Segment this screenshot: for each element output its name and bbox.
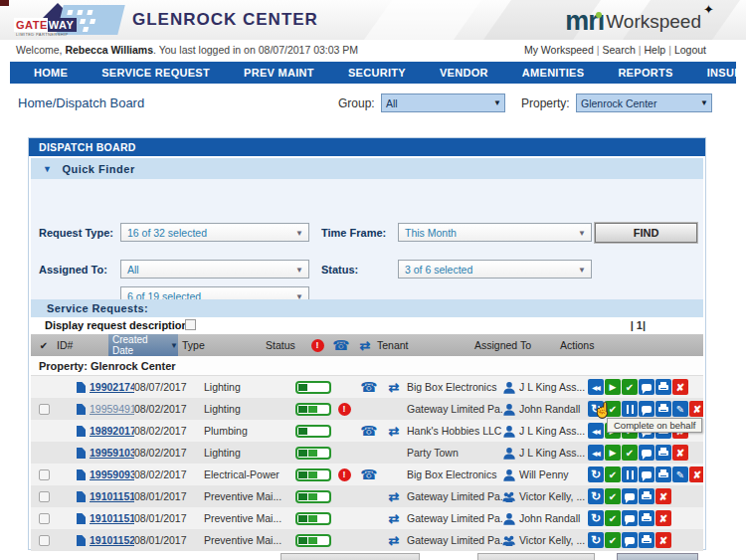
edit-action-button[interactable]: ✎ <box>672 401 688 417</box>
quick-finder-bar[interactable]: ▼ Quick Finder <box>31 158 703 179</box>
property-group-row: Property: Glenrock Center <box>31 356 703 376</box>
play-action-button[interactable]: ▶ <box>605 445 621 461</box>
phone-icon: ☎ <box>360 467 377 481</box>
nav-security[interactable]: SECURITY <box>348 67 406 79</box>
tenant-name: Gateway Limited Pa... <box>407 507 502 529</box>
time-frame-select[interactable]: This Month▼ <box>398 223 592 242</box>
print-action-button[interactable] <box>655 467 671 482</box>
collapse-caret-icon[interactable]: ▼ <box>43 164 52 174</box>
request-id-link[interactable]: 1910115273 <box>90 534 134 546</box>
column-priority-icon[interactable]: ! <box>305 339 329 352</box>
nav-vendor[interactable]: VENDOR <box>440 67 488 79</box>
chat-action-button[interactable] <box>639 467 654 482</box>
column-created-date[interactable]: Created Date▼ <box>108 334 178 356</box>
column-type[interactable]: Type <box>182 339 266 351</box>
close-action-button[interactable]: ✘ <box>689 467 703 482</box>
utility-link-my-workspeed[interactable]: My Workspeed <box>524 44 594 56</box>
check-action-button[interactable]: ✔ <box>605 532 621 548</box>
recurring-icon: ⇄ <box>389 381 400 394</box>
column-assigned-to[interactable]: Assigned To <box>474 339 560 351</box>
rewind-action-button[interactable]: ◀◀ <box>588 423 604 439</box>
nav-service-request[interactable]: SERVICE REQUEST <box>101 67 210 79</box>
group-select[interactable]: All▼ <box>381 93 505 112</box>
print-action-button[interactable] <box>639 510 654 526</box>
check-action-button[interactable]: ✔ <box>605 488 621 504</box>
request-id-link[interactable]: 1990217467 <box>90 381 134 393</box>
service-requests-bar: Service Requests: <box>31 299 703 317</box>
row-checkbox[interactable] <box>39 469 50 480</box>
chat-action-button[interactable] <box>639 445 654 461</box>
play-action-button[interactable]: ▶ <box>605 379 621 395</box>
print-action-button[interactable] <box>639 488 654 504</box>
chat-action-button[interactable] <box>622 510 638 526</box>
utility-link-search[interactable]: Search <box>603 44 636 56</box>
row-checkbox[interactable] <box>39 513 50 524</box>
edit-action-button[interactable]: ✎ <box>672 467 688 482</box>
refresh-action-button[interactable]: ↻ <box>588 510 604 526</box>
request-id-link[interactable]: 1995910341 <box>90 447 134 459</box>
assignee-person-icon <box>502 468 516 481</box>
refresh-action-button[interactable]: ↻ <box>588 467 604 482</box>
rewind-action-button[interactable]: ◀◀ <box>588 379 604 395</box>
utility-link-logout[interactable]: Logout <box>674 44 706 56</box>
request-id-link[interactable]: 1910115152 <box>90 490 134 502</box>
rewind-action-button[interactable]: ◀◀ <box>588 445 604 461</box>
row-checkbox[interactable] <box>39 535 50 546</box>
nav-reports[interactable]: REPORTS <box>618 67 672 79</box>
assignee-name: Victor Kelly, ... <box>519 534 585 546</box>
check-action-button[interactable]: ✔ <box>605 467 621 482</box>
pause-action-button[interactable] <box>622 467 638 482</box>
column-status[interactable]: Status <box>266 339 305 351</box>
chat-action-button[interactable] <box>639 401 654 417</box>
nav-home[interactable]: HOME <box>34 67 68 79</box>
refresh-action-button[interactable]: ↻ <box>588 488 604 504</box>
nav-insurance[interactable]: INSURANCE <box>707 67 746 79</box>
chat-action-button[interactable] <box>622 532 638 548</box>
row-checkbox[interactable] <box>39 491 50 502</box>
close-action-button[interactable]: ✘ <box>655 510 671 526</box>
display-descriptions-checkbox[interactable] <box>185 319 196 330</box>
request-type-select[interactable]: 16 of 32 selected▼ <box>120 223 309 242</box>
assigned-to-select[interactable]: All▼ <box>120 260 309 279</box>
refresh-action-button[interactable]: ↻ <box>588 401 604 417</box>
request-type: Preventive Mai... <box>204 529 287 551</box>
print-action-button[interactable] <box>639 532 654 548</box>
utility-link-help[interactable]: Help <box>645 44 666 56</box>
print-action-button[interactable] <box>655 379 671 395</box>
request-id-link[interactable]: 1995909382 <box>90 468 134 480</box>
close-action-button[interactable]: ✘ <box>655 532 671 548</box>
close-action-button[interactable]: ✘ <box>672 379 688 395</box>
row-checkbox[interactable] <box>39 404 50 415</box>
find-button[interactable]: FIND <box>595 223 697 243</box>
property-select[interactable]: Glenrock Center▼ <box>576 93 712 112</box>
cutoff-control[interactable] <box>617 553 698 560</box>
chat-action-button[interactable] <box>622 488 638 504</box>
close-action-button[interactable]: ✘ <box>672 445 688 461</box>
pause-action-button[interactable] <box>622 401 638 417</box>
column-phone-icon[interactable]: ☎ <box>329 338 353 352</box>
check-action-button[interactable]: ✔ <box>622 445 638 461</box>
check-action-button[interactable]: ✔ <box>605 401 621 417</box>
status-select[interactable]: 3 of 6 selected▼ <box>398 260 592 279</box>
pagination[interactable]: | 1| <box>631 319 646 331</box>
refresh-action-button[interactable]: ↻ <box>588 532 604 548</box>
print-action-button[interactable] <box>655 445 671 461</box>
request-id-link[interactable]: 1910115154 <box>90 512 134 524</box>
nav-amenities[interactable]: AMENITIES <box>522 67 585 79</box>
request-id-link[interactable]: 1995949126 <box>90 403 134 415</box>
row-actions: ◀◀▶✔✘ <box>588 376 703 398</box>
chat-action-button[interactable] <box>639 379 654 395</box>
print-action-button[interactable] <box>655 401 671 417</box>
assignee-name: J L King Ass... <box>519 425 585 437</box>
column-tenant[interactable]: Tenant <box>377 339 474 351</box>
check-action-button[interactable]: ✔ <box>605 510 621 526</box>
nav-prev-maint[interactable]: PREV MAINT <box>244 67 314 79</box>
close-action-button[interactable]: ✘ <box>689 401 703 417</box>
request-id-link[interactable]: 1989201780 <box>90 425 134 437</box>
select-all-check-icon[interactable]: ✔ <box>31 340 57 351</box>
column-id[interactable]: ID# <box>57 339 108 351</box>
check-action-button[interactable]: ✔ <box>622 379 638 395</box>
column-recurring-icon[interactable]: ⇄ <box>353 339 377 352</box>
close-action-button[interactable]: ✘ <box>655 488 671 504</box>
recurring-icon: ⇄ <box>389 512 400 525</box>
